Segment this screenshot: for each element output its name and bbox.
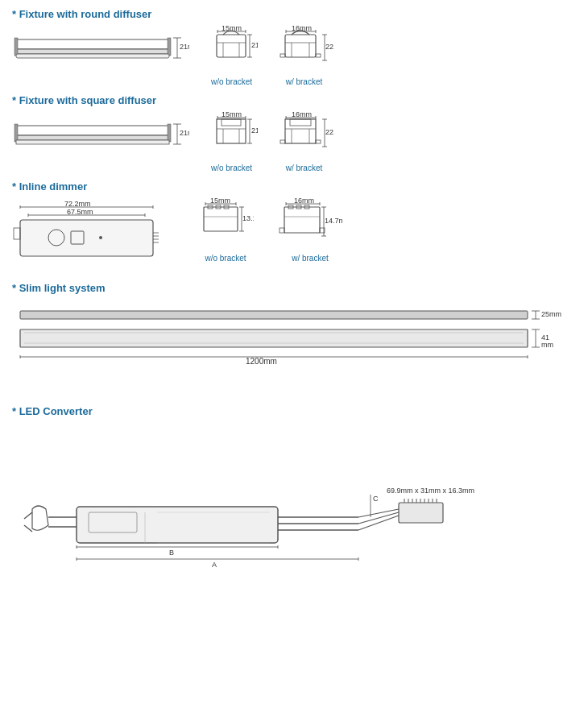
svg-rect-37: [14, 124, 18, 142]
slim-light-svg: 25mm 41 mm 1200mm: [12, 299, 576, 396]
svg-text:B: B: [169, 549, 174, 557]
svg-text:69.9mm x 31mm x 16.3mm: 69.9mm x 31mm x 16.3mm: [387, 487, 474, 495]
svg-text:22.5mm: 22.5mm: [325, 43, 334, 51]
square-no-bracket: 15mm 21mm w/o bracket: [205, 111, 258, 172]
round-diffuser-title: * Fixture with round diffuser: [12, 8, 576, 20]
square-with-bracket-svg: 16mm 22.1mm: [274, 111, 334, 164]
svg-text:A: A: [212, 561, 217, 569]
led-converter-diagram: C 69.9mm x 31mm x 16.3mm B A: [12, 422, 576, 585]
svg-rect-48: [217, 119, 246, 143]
dimmer-no-bracket-svg: 15mm 13.1mm: [197, 197, 254, 254]
round-no-bracket-svg: 15mm 21mm: [205, 25, 258, 77]
led-converter-svg: C 69.9mm x 31mm x 16.3mm B A: [12, 422, 576, 583]
svg-text:1200mm: 1200mm: [246, 357, 277, 366]
svg-point-83: [99, 236, 102, 239]
svg-rect-25: [285, 35, 316, 57]
square-with-bracket-label: w/ bracket: [286, 164, 323, 172]
dimmer-no-bracket-label: w/o bracket: [205, 254, 246, 263]
svg-text:15mm: 15mm: [210, 197, 230, 205]
round-with-bracket: 16mm 22.5mm w/ bracket: [274, 25, 334, 86]
svg-text:67.5mm: 67.5mm: [67, 208, 93, 216]
svg-rect-84: [14, 228, 20, 239]
slim-light-diagram: 25mm 41 mm 1200mm: [12, 299, 576, 397]
inline-dimmer-box-svg: 72.2mm 67.5mm: [12, 197, 173, 270]
svg-rect-13: [217, 35, 246, 57]
svg-line-146: [358, 509, 399, 517]
svg-rect-2: [14, 38, 18, 56]
inline-dimmer-section: * Inline dimmer 72.2mm 67.5mm: [12, 180, 576, 270]
svg-text:C: C: [373, 495, 379, 503]
svg-rect-62: [290, 119, 311, 126]
svg-text:15mm: 15mm: [222, 111, 242, 118]
svg-rect-36: [16, 135, 169, 140]
led-converter-section: * LED Converter: [12, 405, 576, 585]
svg-rect-30: [316, 54, 321, 57]
svg-line-135: [24, 525, 32, 532]
round-diffuser-section: * Fixture with round diffuser 21mm: [12, 8, 576, 86]
round-no-bracket: 15mm 21mm w/o bracket: [205, 25, 258, 86]
dimmer-with-bracket-svg: 16mm 14.7mm: [278, 197, 342, 254]
svg-text:72.2mm: 72.2mm: [64, 200, 91, 208]
page: * Fixture with round diffuser 21mm: [0, 0, 588, 725]
square-with-bracket: 16mm 22.1mm w/ bracket: [274, 111, 334, 172]
svg-rect-1: [16, 49, 169, 54]
svg-rect-39: [16, 140, 169, 144]
svg-text:21mm: 21mm: [251, 126, 258, 135]
svg-rect-106: [284, 207, 320, 233]
svg-rect-49: [222, 119, 241, 126]
svg-rect-29: [280, 54, 285, 57]
square-diffuser-fixture-svg: 21mm: [12, 111, 189, 155]
svg-text:25mm: 25mm: [541, 310, 561, 318]
dimmer-no-bracket: 15mm 13.1mm w/o bracket: [197, 197, 254, 263]
square-diffuser-diagram-row: 21mm 15mm 21mm: [12, 111, 576, 172]
svg-rect-38: [168, 124, 171, 142]
inline-dimmer-title: * Inline dimmer: [12, 180, 576, 193]
svg-text:21mm: 21mm: [180, 43, 189, 51]
svg-text:21mm: 21mm: [180, 129, 189, 137]
svg-text:13.1mm: 13.1mm: [242, 214, 254, 222]
square-diffuser-section: * Fixture with square diffuser 21mm: [12, 94, 576, 172]
slim-light-section: * Slim light system 25mm 4: [12, 282, 576, 397]
svg-rect-66: [280, 140, 285, 143]
svg-rect-67: [316, 140, 321, 143]
svg-rect-3: [168, 38, 171, 56]
svg-rect-111: [280, 228, 284, 233]
svg-rect-117: [20, 311, 528, 319]
svg-rect-80: [20, 220, 153, 256]
svg-text:mm: mm: [541, 341, 553, 349]
svg-text:22.1mm: 22.1mm: [325, 128, 334, 136]
slim-light-title: * Slim light system: [12, 282, 576, 294]
dimmer-with-bracket-label: w/ bracket: [292, 254, 329, 263]
round-with-bracket-svg: 16mm 22.5mm: [274, 25, 334, 77]
round-diffuser-fixture-svg: 21mm: [12, 25, 189, 69]
svg-text:15mm: 15mm: [222, 25, 242, 32]
round-no-bracket-label: w/o bracket: [211, 77, 252, 86]
round-with-bracket-label: w/ bracket: [286, 77, 323, 86]
square-diffuser-title: * Fixture with square diffuser: [12, 94, 576, 106]
svg-rect-0: [16, 39, 169, 49]
square-no-bracket-svg: 15mm 21mm: [205, 111, 258, 164]
svg-rect-118: [20, 329, 528, 347]
svg-text:21mm: 21mm: [251, 41, 258, 49]
svg-rect-4: [16, 54, 169, 58]
svg-text:16mm: 16mm: [294, 197, 314, 205]
svg-rect-149: [399, 503, 443, 523]
svg-line-134: [24, 512, 32, 519]
led-converter-title: * LED Converter: [12, 405, 576, 417]
dimmer-with-bracket: 16mm 14.7mm w/ bracket: [278, 197, 342, 263]
svg-rect-35: [16, 126, 169, 135]
square-no-bracket-label: w/o bracket: [211, 164, 252, 172]
round-diffuser-diagram-row: 21mm 15mm: [12, 25, 576, 86]
svg-text:14.7mm: 14.7mm: [325, 217, 342, 225]
inline-dimmer-diagram-row: 72.2mm 67.5mm: [12, 197, 576, 270]
svg-rect-93: [204, 207, 238, 231]
svg-text:16mm: 16mm: [292, 111, 312, 118]
